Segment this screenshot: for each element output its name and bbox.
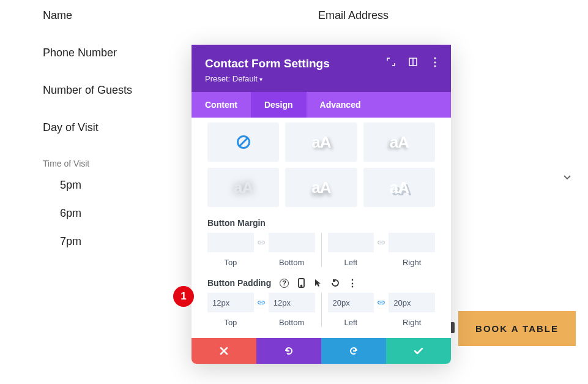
- sublabel-right: Right: [389, 318, 435, 327]
- link-icon[interactable]: [255, 233, 267, 252]
- padding-toolbar: ? ⋮: [280, 278, 357, 288]
- button-margin-label: Button Margin: [207, 218, 435, 228]
- reset-icon[interactable]: [330, 278, 340, 288]
- aa-sample-icon: aA: [311, 178, 330, 197]
- aa-sample-icon: aA: [311, 133, 330, 152]
- button-padding-text: Button Padding: [207, 278, 271, 288]
- redo-button[interactable]: [321, 338, 386, 364]
- sublabel-bottom: Bottom: [269, 258, 315, 267]
- sublabel-bottom: Bottom: [269, 318, 315, 327]
- panel-footer: [192, 338, 451, 364]
- margin-bottom-input[interactable]: [269, 233, 315, 252]
- settings-panel: Contact Form Settings Preset: Default ⋮ …: [192, 45, 451, 364]
- close-icon: [220, 347, 228, 355]
- no-style-icon: [237, 135, 250, 149]
- tab-advanced[interactable]: Advanced: [307, 92, 374, 118]
- padding-inputs: Top Bottom Left: [207, 293, 435, 327]
- button-padding-label: Button Padding ? ⋮: [207, 278, 435, 288]
- tab-content[interactable]: Content: [192, 92, 251, 118]
- style-tile[interactable]: aA: [363, 168, 435, 207]
- svg-point-3: [300, 285, 302, 287]
- preset-dropdown[interactable]: Preset: Default: [205, 74, 437, 83]
- style-tile[interactable]: aA: [363, 122, 435, 162]
- help-icon[interactable]: ?: [280, 279, 289, 288]
- tab-design[interactable]: Design: [251, 92, 307, 118]
- undo-icon: [284, 346, 294, 356]
- link-icon[interactable]: [375, 233, 387, 252]
- sublabel-top: Top: [207, 258, 254, 267]
- text-shadow-style-grid: aA aA aA aA aA: [207, 122, 435, 207]
- style-tile-none[interactable]: [207, 122, 279, 162]
- margin-top-input[interactable]: [207, 233, 254, 252]
- annotation-marker-1: 1: [173, 286, 194, 307]
- sublabel-right: Right: [389, 258, 435, 267]
- email-field-label[interactable]: Email Address: [318, 9, 545, 22]
- margin-inputs: Top Bottom Left: [207, 233, 435, 267]
- scrollbar-handle[interactable]: [451, 322, 455, 333]
- check-icon: [414, 347, 423, 355]
- style-tile[interactable]: aA: [207, 168, 279, 207]
- phone-icon[interactable]: [296, 278, 306, 288]
- panel-header: Contact Form Settings Preset: Default ⋮: [192, 45, 451, 92]
- padding-left-input[interactable]: [328, 293, 374, 312]
- margin-right-input[interactable]: [389, 233, 435, 252]
- button-margin-text: Button Margin: [207, 218, 266, 228]
- sublabel-top: Top: [207, 318, 254, 327]
- padding-top-input[interactable]: [207, 293, 254, 312]
- kebab-menu-icon[interactable]: ⋮: [430, 57, 440, 67]
- save-button[interactable]: [386, 338, 451, 364]
- padding-right-input[interactable]: [389, 293, 435, 312]
- close-button[interactable]: [192, 338, 256, 364]
- aa-sample-icon: aA: [234, 178, 253, 197]
- book-table-button[interactable]: BOOK A TABLE: [458, 311, 576, 346]
- column-icon[interactable]: [408, 57, 418, 67]
- link-icon[interactable]: [255, 293, 267, 312]
- link-icon[interactable]: [375, 293, 387, 312]
- kebab-menu-icon[interactable]: ⋮: [348, 278, 357, 288]
- sublabel-left: Left: [328, 318, 374, 327]
- dropdown-caret-icon[interactable]: [564, 171, 571, 183]
- redo-icon: [349, 346, 359, 356]
- sublabel-left: Left: [328, 258, 374, 267]
- panel-body: aA aA aA aA aA Button Margin Top Bottom: [192, 118, 451, 338]
- aa-sample-icon: aA: [390, 178, 409, 197]
- expand-icon[interactable]: [386, 57, 396, 67]
- margin-left-input[interactable]: [328, 233, 374, 252]
- padding-bottom-input[interactable]: [269, 293, 315, 312]
- style-tile[interactable]: aA: [285, 122, 357, 162]
- aa-sample-icon: aA: [390, 133, 409, 152]
- cursor-icon[interactable]: [313, 278, 323, 288]
- panel-tabs: Content Design Advanced: [192, 92, 451, 118]
- style-tile[interactable]: aA: [285, 168, 357, 207]
- name-field-label[interactable]: Name: [43, 9, 300, 22]
- undo-button[interactable]: [256, 338, 321, 364]
